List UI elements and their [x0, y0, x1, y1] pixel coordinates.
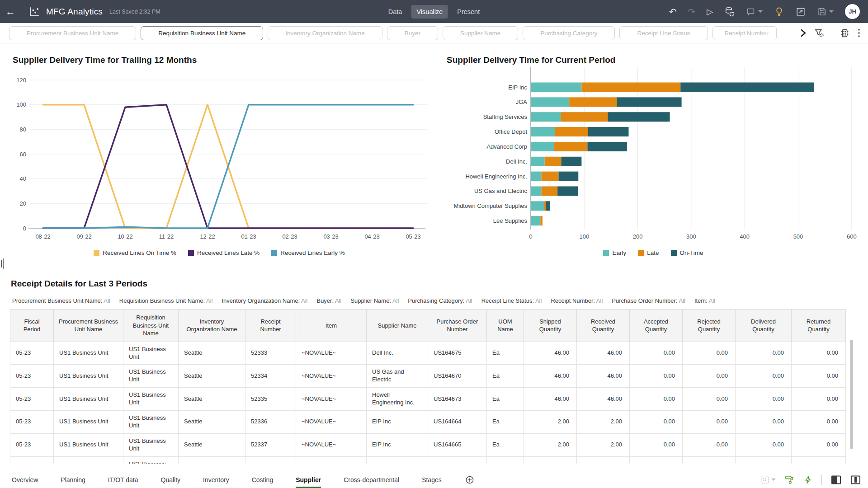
- filter-settings-icon[interactable]: [814, 28, 824, 38]
- filter-chip-procurement-business-unit-name[interactable]: Procurement Business Unit Name: [9, 26, 136, 40]
- filter-chip-supplier-name[interactable]: Supplier Name: [443, 26, 518, 40]
- canvas-tab-overview[interactable]: Overview: [12, 471, 38, 488]
- table-row[interactable]: 05-23US1 Business UnitUS1 Business UnitS…: [10, 388, 846, 411]
- grammar-panel-toggle-icon[interactable]: [831, 475, 841, 484]
- receipt-table: Fiscal PeriodProcurement Business Unit N…: [10, 309, 846, 464]
- table-cell: 46.00: [524, 365, 577, 388]
- legend-swatch: [603, 250, 609, 256]
- canvas-tab-planning[interactable]: Planning: [61, 471, 85, 488]
- svg-text:200: 200: [633, 233, 643, 240]
- table-cell: 0.00: [736, 456, 792, 464]
- user-avatar[interactable]: JH: [845, 4, 860, 19]
- table-row[interactable]: 05-23US1 Business UnitUS1 Business UnitS…: [10, 342, 846, 365]
- legend-item-received-lines-early[interactable]: Received Lines Early %: [271, 249, 345, 256]
- table-cell: ~NOVALUE~: [296, 456, 367, 464]
- filter-overflow-chevron-icon[interactable]: [800, 29, 807, 37]
- col-header-purchase-order-number[interactable]: Purchase Order Number: [428, 310, 487, 342]
- table-cell: EIP Inc: [367, 410, 428, 433]
- bar-chart-plot[interactable]: 0100200300400500600EIP IncJGAStaffing Se…: [443, 63, 863, 244]
- refresh-data-icon[interactable]: [724, 6, 735, 17]
- canvas-tab-quality[interactable]: Quality: [161, 471, 181, 488]
- back-button[interactable]: ←: [0, 0, 21, 23]
- table-cell: ~NOVALUE~: [296, 388, 367, 411]
- col-header-returned-quantity[interactable]: Returned Quantity: [792, 310, 846, 342]
- canvas-tab-stages[interactable]: Stages: [422, 471, 442, 488]
- filter-chip-receipt-number[interactable]: Receipt Number: [712, 26, 777, 40]
- col-header-receipt-number[interactable]: Receipt Number: [245, 310, 296, 342]
- canvas-layout-icon[interactable]: [760, 475, 776, 484]
- legend-item-received-lines-late[interactable]: Received Lines Late %: [188, 249, 259, 256]
- filter-chip-inventory-organization-name[interactable]: Inventory Organization Name: [268, 26, 382, 40]
- redo-icon[interactable]: ↷: [688, 7, 695, 16]
- add-canvas-button[interactable]: [465, 471, 474, 488]
- col-header-uom-name[interactable]: UOM Name: [487, 310, 524, 342]
- table-cell: ~NOVALUE~: [296, 365, 367, 388]
- insights-bulb-icon[interactable]: [774, 6, 784, 17]
- canvas-tab-supplier[interactable]: Supplier: [296, 471, 321, 488]
- comments-icon[interactable]: [746, 7, 763, 17]
- col-header-inventory-organization-name[interactable]: Inventory Organization Name: [179, 310, 245, 342]
- save-icon[interactable]: [817, 7, 834, 17]
- table-row[interactable]: 05-23US1 Business UnitUS1 Business UnitS…: [10, 410, 846, 433]
- legend-item-late[interactable]: Late: [638, 249, 659, 256]
- format-painter-icon[interactable]: [785, 475, 794, 484]
- canvas-tab-cross-departmental[interactable]: Cross-departmental: [344, 471, 399, 488]
- table-cell: 0.00: [683, 456, 736, 464]
- table-cell: Ea: [487, 388, 524, 411]
- mode-tab-visualize[interactable]: Visualize: [411, 5, 448, 19]
- preview-play-icon[interactable]: ▷: [707, 8, 713, 16]
- table-cell: 2.00: [524, 433, 577, 456]
- svg-text:40: 40: [20, 175, 26, 182]
- table-cell: US1 Business Unit: [123, 342, 179, 365]
- table-vertical-scrollbar[interactable]: [850, 340, 853, 449]
- col-header-delivered-quantity[interactable]: Delivered Quantity: [736, 310, 792, 342]
- workbook-logo-icon: [28, 6, 40, 18]
- more-options-kebab-icon[interactable]: [857, 28, 861, 38]
- col-header-received-quantity[interactable]: Received Quantity: [577, 310, 630, 342]
- top-bar-actions: ↶ ↷ ▷: [669, 0, 868, 23]
- panel-resize-handle[interactable]: [1, 258, 5, 270]
- table-cell: 0.00: [736, 388, 792, 411]
- filter-chip-label: Supplier Name: [460, 30, 500, 37]
- table-cell: US1 Business Unit: [54, 456, 123, 464]
- table-cell: 05-23: [10, 365, 54, 388]
- table-cell: Seattle: [179, 388, 245, 411]
- canvas-tab-inventory[interactable]: Inventory: [203, 471, 229, 488]
- filter-chip-purchasing-category[interactable]: Purchasing Category: [523, 26, 615, 40]
- auto-insights-bolt-icon[interactable]: [803, 475, 812, 484]
- comments-caret-icon: [758, 10, 763, 13]
- col-header-rejected-quantity[interactable]: Rejected Quantity: [683, 310, 736, 342]
- col-header-procurement-business-unit-name[interactable]: Procurement Business Unit Name: [54, 310, 123, 342]
- svg-text:EIP Inc: EIP Inc: [508, 84, 527, 91]
- col-header-accepted-quantity[interactable]: Accepted Quantity: [630, 310, 683, 342]
- canvas-tab-costing[interactable]: Costing: [252, 471, 273, 488]
- table-row[interactable]: 05-23US1 Business UnitUS1 Business UnitS…: [10, 365, 846, 388]
- table-cell: US164675: [428, 342, 487, 365]
- filter-chip-receipt-line-status[interactable]: Receipt Line Status: [619, 26, 708, 40]
- filter-chip-requisition-business-unit-name[interactable]: Requisition Business Unit Name: [141, 26, 263, 40]
- filter-bar-controls: [800, 27, 868, 39]
- canvas-tab-it-ot-data[interactable]: IT/OT data: [108, 471, 138, 488]
- mode-tab-data[interactable]: Data: [383, 5, 408, 19]
- table-cell: 0.00: [792, 342, 846, 365]
- line-chart-plot[interactable]: 02040608010012008-2209-2210-2211-2212-22…: [9, 63, 429, 244]
- col-header-fiscal-period[interactable]: Fiscal Period: [10, 310, 54, 342]
- canvas-properties-icon[interactable]: [840, 28, 849, 38]
- col-header-supplier-name[interactable]: Supplier Name: [367, 310, 428, 342]
- col-header-item[interactable]: Item: [296, 310, 367, 342]
- legend-item-received-lines-on-time[interactable]: Received Lines On Time %: [94, 249, 176, 256]
- table-row[interactable]: 05-23US1 Business UnitUS1 Business UnitS…: [10, 456, 846, 464]
- col-header-requisition-business-unit-name[interactable]: Requisition Business Unit Name: [123, 310, 179, 342]
- filter-chip-label: Purchasing Category: [540, 30, 597, 37]
- mode-tab-present[interactable]: Present: [452, 5, 485, 19]
- legend-item-early[interactable]: Early: [603, 249, 626, 256]
- table-row[interactable]: 05-23US1 Business UnitUS1 Business UnitS…: [10, 433, 846, 456]
- present-window-icon[interactable]: [796, 7, 806, 17]
- undo-icon[interactable]: ↶: [669, 7, 677, 16]
- receipt-table-wrap: Fiscal PeriodProcurement Business Unit N…: [10, 309, 858, 464]
- filter-chip-buyer[interactable]: Buyer: [387, 26, 438, 40]
- data-panel-toggle-icon[interactable]: [850, 475, 861, 484]
- line-chart-panel: Supplier Delivery Time for Trailing 12 M…: [9, 45, 429, 267]
- col-header-shipped-quantity[interactable]: Shipped Quantity: [524, 310, 577, 342]
- legend-item-on-time[interactable]: On-Time: [671, 249, 703, 256]
